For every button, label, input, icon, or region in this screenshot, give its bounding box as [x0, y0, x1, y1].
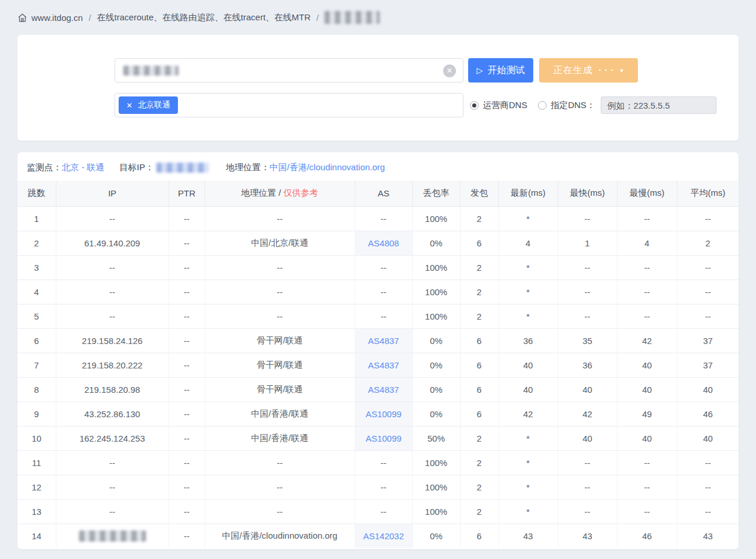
cell-hop: 8 — [17, 377, 56, 402]
cell-avg: -- — [677, 450, 739, 475]
cell-fastest: 40 — [558, 426, 617, 450]
as-link[interactable]: AS4837 — [368, 336, 399, 346]
cell-latest: 40 — [498, 377, 558, 402]
cell-latest: 36 — [498, 328, 558, 353]
node-tag-label: 北京联通 — [138, 100, 170, 110]
radio-selected-icon[interactable] — [470, 101, 479, 110]
as-link[interactable]: AS10099 — [366, 409, 402, 419]
cell-hop: 9 — [17, 402, 56, 426]
node-tag-beijing-unicom[interactable]: ✕ 北京联通 — [119, 96, 178, 114]
cell-ip: 43.252.86.130 — [56, 402, 169, 426]
cell-ptr: -- — [169, 426, 205, 450]
radio-unselected-icon[interactable] — [538, 101, 547, 110]
cell-hop: 4 — [17, 280, 56, 304]
query-form-card: ✕ ▷ 开始测试 正在生成 ··· ▾ ✕ 北京联通 运营商DNS 指定DN — [17, 35, 739, 141]
cell-loss: 100% — [412, 475, 460, 499]
monitor-label: 监测点： — [27, 162, 62, 173]
table-row: 11--------100%2*------ — [17, 450, 739, 475]
chevron-down-icon: ▾ — [620, 67, 624, 74]
cell-fastest: 35 — [558, 328, 617, 353]
cell-slowest: 49 — [617, 402, 677, 426]
cell-ptr: -- — [169, 255, 205, 280]
cell-hop: 12 — [17, 475, 56, 499]
cell-geo: -- — [205, 499, 355, 524]
cell-as: -- — [355, 280, 412, 304]
cell-ptr: -- — [169, 304, 205, 328]
cell-ptr: -- — [169, 499, 205, 524]
geo-value[interactable]: 中国/香港/cloudinnovation.org — [270, 162, 385, 173]
cell-ip: -- — [56, 450, 169, 475]
cell-geo: -- — [205, 304, 355, 328]
cell-sent: 6 — [460, 353, 498, 377]
cell-fastest: -- — [558, 206, 617, 231]
cell-ip: 61.49.140.209 — [56, 231, 169, 255]
breadcrumb-section[interactable]: 在线traceroute、在线路由追踪、在线tracert、在线MTR — [97, 12, 311, 23]
cell-latest: 40 — [498, 353, 558, 377]
cell-latest: * — [498, 304, 558, 328]
node-select-box[interactable]: ✕ 北京联通 — [115, 93, 463, 117]
cell-avg: -- — [677, 280, 739, 304]
cell-avg: 37 — [677, 353, 739, 377]
cell-ptr: -- — [169, 353, 205, 377]
cell-as: AS4808 — [355, 231, 412, 255]
cell-hop: 3 — [17, 255, 56, 280]
monitor-value[interactable]: 北京 - 联通 — [62, 162, 104, 173]
breadcrumb: www.itdog.cn / 在线traceroute、在线路由追踪、在线tra… — [0, 0, 756, 35]
radio-custom-dns[interactable]: 指定DNS： — [538, 100, 595, 111]
cell-ptr: -- — [169, 475, 205, 499]
cell-ip: -- — [56, 475, 169, 499]
cell-slowest: 40 — [617, 426, 677, 450]
generating-dots: ··· — [598, 65, 616, 76]
cell-sent: 2 — [460, 206, 498, 231]
cell-sent: 2 — [460, 426, 498, 450]
radio-carrier-dns[interactable]: 运营商DNS — [470, 100, 527, 111]
remove-tag-icon[interactable]: ✕ — [126, 101, 133, 110]
cell-as: AS10099 — [355, 402, 412, 426]
cell-slowest: -- — [617, 450, 677, 475]
as-link[interactable]: AS10099 — [366, 433, 402, 443]
as-link[interactable]: AS142032 — [363, 531, 404, 541]
as-link[interactable]: AS4837 — [368, 385, 399, 395]
cell-avg: 40 — [677, 377, 739, 402]
cell-loss: 0% — [412, 402, 460, 426]
clear-input-icon[interactable]: ✕ — [443, 64, 456, 77]
cell-ptr: -- — [169, 280, 205, 304]
cell-fastest: 43 — [558, 524, 617, 548]
host-input[interactable]: ✕ — [115, 58, 463, 83]
cell-latest: * — [498, 450, 558, 475]
cell-avg: -- — [677, 206, 739, 231]
cell-ip: 219.158.20.98 — [56, 377, 169, 402]
cell-as: -- — [355, 499, 412, 524]
as-link[interactable]: AS4837 — [368, 360, 399, 370]
as-link[interactable]: AS4808 — [368, 238, 399, 248]
cell-ptr: -- — [169, 402, 205, 426]
cell-as: -- — [355, 304, 412, 328]
cell-ip: 219.158.24.126 — [56, 328, 169, 353]
cell-avg: 43 — [677, 524, 739, 548]
cell-fastest: 40 — [558, 377, 617, 402]
breadcrumb-home[interactable]: www.itdog.cn — [31, 13, 83, 23]
table-row: 4--------100%2*------ — [17, 280, 739, 304]
cell-ip — [56, 524, 169, 548]
cell-hop: 5 — [17, 304, 56, 328]
cell-slowest: -- — [617, 499, 677, 524]
cell-geo: 中国/北京/联通 — [205, 231, 355, 255]
cell-ptr: -- — [169, 450, 205, 475]
cell-avg: -- — [677, 255, 739, 280]
cell-avg: 46 — [677, 402, 739, 426]
cell-latest: * — [498, 280, 558, 304]
dns-input[interactable] — [601, 96, 716, 114]
dns-radio-group: 运营商DNS 指定DNS： — [470, 96, 716, 114]
generating-button[interactable]: 正在生成 ··· ▾ — [539, 58, 638, 83]
cell-geo: 骨干网/联通 — [205, 353, 355, 377]
header-sent: 发包 — [460, 181, 498, 206]
cell-ip: -- — [56, 206, 169, 231]
table-row: 8219.158.20.98--骨干网/联通AS48370%640404040 — [17, 377, 739, 402]
cell-as: -- — [355, 450, 412, 475]
cell-fastest: -- — [558, 475, 617, 499]
header-as: AS — [355, 181, 412, 206]
cell-slowest: -- — [617, 304, 677, 328]
start-test-button[interactable]: ▷ 开始测试 — [468, 58, 533, 83]
cell-loss: 100% — [412, 499, 460, 524]
result-info-line: 监测点： 北京 - 联通 目标IP： 地理位置： 中国/香港/cloudinno… — [17, 152, 739, 173]
